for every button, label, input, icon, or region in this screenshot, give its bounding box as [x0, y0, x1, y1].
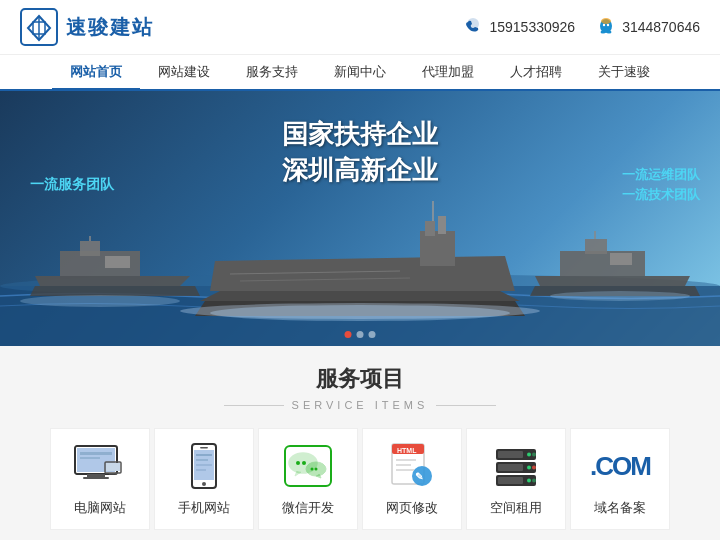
services-section: 服务项目 SERVICE ITEMS	[0, 346, 720, 540]
svg-rect-69	[498, 451, 523, 458]
svg-rect-67	[396, 469, 414, 471]
phone-icon	[174, 441, 234, 491]
nav-item-support[interactable]: 服务支持	[228, 54, 316, 90]
svg-rect-43	[106, 463, 120, 471]
svg-text:✎: ✎	[415, 471, 423, 482]
services-items: 电脑网站 手机网站	[0, 426, 720, 532]
service-item-webpage[interactable]: HTML ✎ 网页修改	[362, 428, 462, 530]
dot-3[interactable]	[369, 331, 376, 338]
phone-contact: 15915330926	[462, 16, 575, 38]
svg-point-4	[601, 31, 606, 34]
header: 速骏建站 15915330926 3144870646	[0, 0, 720, 55]
svg-rect-27	[425, 221, 435, 236]
nav-item-jobs[interactable]: 人才招聘	[492, 54, 580, 90]
monitor-icon	[70, 441, 130, 491]
svg-point-47	[202, 482, 206, 486]
svg-point-78	[527, 479, 531, 483]
svg-point-5	[607, 31, 612, 34]
dot-2[interactable]	[357, 331, 364, 338]
svg-rect-21	[610, 253, 632, 265]
svg-marker-11	[35, 276, 190, 286]
service-label-server: 空间租用	[490, 499, 542, 517]
nav-item-home[interactable]: 网站首页	[52, 54, 140, 90]
contact-area: 15915330926 3144870646	[462, 16, 700, 38]
phone-number: 15915330926	[489, 19, 575, 35]
svg-rect-41	[80, 457, 100, 459]
svg-marker-16	[30, 286, 200, 296]
svg-rect-48	[200, 447, 208, 449]
svg-rect-65	[396, 459, 416, 461]
svg-rect-51	[196, 464, 212, 466]
wechat-icon	[278, 441, 338, 491]
svg-rect-49	[196, 454, 212, 456]
service-label-desktop: 电脑网站	[74, 499, 126, 517]
qq-contact: 3144870646	[595, 16, 700, 38]
svg-rect-15	[105, 256, 130, 268]
svg-point-34	[550, 291, 690, 301]
svg-marker-23	[200, 291, 520, 301]
banner-title-line1: 国家扶持企业	[282, 119, 438, 149]
svg-point-58	[311, 468, 314, 471]
service-item-wechat[interactable]: 微信开发	[258, 428, 358, 530]
logo-area: 速骏建站	[20, 8, 154, 46]
svg-rect-13	[80, 241, 100, 256]
nav-item-news[interactable]: 新闻中心	[316, 54, 404, 90]
svg-point-79	[532, 479, 536, 483]
svg-point-55	[296, 461, 300, 465]
svg-point-6	[603, 24, 605, 26]
service-item-server[interactable]: 空间租用	[466, 428, 566, 530]
svg-point-35	[180, 303, 540, 319]
svg-rect-40	[80, 452, 112, 455]
svg-rect-66	[396, 464, 411, 466]
svg-rect-50	[196, 459, 208, 461]
service-label-wechat: 微信开发	[282, 499, 334, 517]
service-item-domain[interactable]: .COM 域名备案	[570, 428, 670, 530]
svg-rect-52	[196, 469, 206, 471]
service-label-webpage: 网页修改	[386, 499, 438, 517]
svg-rect-38	[87, 474, 105, 477]
nav-item-about[interactable]: 关于速骏	[580, 54, 668, 90]
svg-rect-73	[498, 464, 523, 471]
qq-number: 3144870646	[622, 19, 700, 35]
service-label-mobile: 手机网站	[178, 499, 230, 517]
svg-point-59	[315, 468, 318, 471]
svg-rect-19	[585, 239, 607, 254]
nav-item-build[interactable]: 网站建设	[140, 54, 228, 90]
svg-rect-26	[420, 231, 455, 266]
svg-point-75	[532, 466, 536, 470]
svg-point-74	[527, 466, 531, 470]
svg-text:HTML: HTML	[397, 447, 417, 454]
nav-item-agent[interactable]: 代理加盟	[404, 54, 492, 90]
hero-banner: 国家扶持企业 深圳高新企业 一流服务团队 一流运维团队 一流技术团队	[0, 91, 720, 346]
svg-rect-18	[560, 251, 645, 276]
service-label-domain: 域名备案	[594, 499, 646, 517]
svg-point-8	[601, 18, 611, 24]
svg-point-71	[532, 453, 536, 457]
services-title: 服务项目	[0, 364, 720, 394]
logo-icon	[20, 8, 58, 46]
svg-point-7	[607, 24, 609, 26]
svg-rect-44	[109, 473, 117, 475]
scroll-arrow[interactable]	[0, 532, 720, 540]
ships-scene	[0, 146, 720, 346]
domain-icon: .COM	[590, 441, 650, 491]
qq-icon	[595, 16, 617, 38]
services-subtitle-text: SERVICE ITEMS	[292, 399, 429, 411]
banner-dots	[345, 331, 376, 338]
svg-point-56	[302, 461, 306, 465]
svg-rect-77	[498, 477, 523, 484]
service-item-mobile[interactable]: 手机网站	[154, 428, 254, 530]
navigation: 网站首页 网站建设 服务支持 新闻中心 代理加盟 人才招聘 关于速骏	[0, 55, 720, 91]
html-icon: HTML ✎	[382, 441, 442, 491]
svg-rect-28	[438, 216, 446, 234]
svg-rect-39	[83, 477, 109, 479]
service-item-desktop[interactable]: 电脑网站	[50, 428, 150, 530]
dot-1[interactable]	[345, 331, 352, 338]
phone-icon	[462, 16, 484, 38]
server-icon	[486, 441, 546, 491]
services-heading: 服务项目	[0, 364, 720, 394]
services-subtitle: SERVICE ITEMS	[0, 399, 720, 411]
svg-marker-17	[535, 276, 690, 286]
logo-text: 速骏建站	[66, 14, 154, 41]
svg-point-33	[20, 295, 180, 307]
